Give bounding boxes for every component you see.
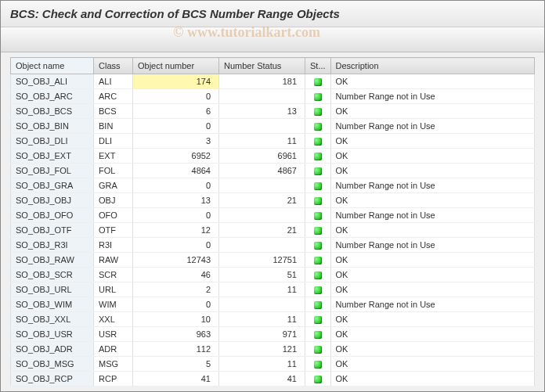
cell-numstat [219, 89, 305, 104]
cell-numstat: 21 [219, 223, 305, 238]
cell-desc: Number Range not in Use [330, 238, 534, 253]
cell-objname: SO_OBJ_GRA [11, 178, 94, 193]
cell-class: BIN [94, 119, 133, 134]
table-row[interactable]: SO_OBJ_BINBIN0Number Range not in Use [11, 119, 535, 134]
cell-numstat: 11 [219, 357, 305, 372]
cell-objname: SO_OBJ_BIN [11, 119, 94, 134]
table-row[interactable]: SO_OBJ_MSGMSG511OK [11, 357, 535, 372]
cell-objnum: 12743 [133, 253, 219, 268]
table-row[interactable]: SO_OBJ_ALIALI174181OK [11, 74, 535, 89]
cell-objnum: 12 [133, 223, 219, 238]
cell-status [305, 74, 331, 89]
table-row[interactable]: SO_OBJ_SCRSCR4651OK [11, 268, 535, 282]
cell-objnum: 174 [133, 74, 219, 89]
cell-objnum: 0 [133, 297, 219, 312]
status-green-icon [314, 286, 322, 294]
cell-status [305, 357, 331, 372]
table-row[interactable]: SO_OBJ_FOLFOL48644867OK [11, 164, 535, 178]
cell-objnum: 0 [133, 238, 219, 253]
cell-class: OTF [94, 223, 133, 238]
cell-class: EXT [94, 149, 133, 164]
status-green-icon [314, 78, 322, 86]
col-header-objname[interactable]: Object name [11, 58, 94, 74]
cell-status [305, 327, 331, 342]
col-header-objnum[interactable]: Object number [133, 58, 219, 74]
data-table: Object name Class Object number Number S… [10, 57, 535, 387]
cell-class: USR [94, 327, 133, 342]
cell-class: BCS [94, 104, 133, 119]
status-green-icon [314, 272, 322, 279]
cell-status [305, 238, 331, 253]
cell-objnum: 112 [133, 342, 219, 357]
cell-numstat: 13 [219, 104, 305, 119]
table-row[interactable]: SO_OBJ_URLURL211OK [11, 282, 535, 297]
cell-numstat [219, 119, 305, 134]
status-green-icon [314, 93, 322, 101]
col-header-status[interactable]: St... [305, 58, 331, 74]
table-row[interactable]: SO_OBJ_RAWRAW1274312751OK [11, 253, 535, 268]
table-row[interactable]: SO_OBJ_WIMWIM0Number Range not in Use [11, 297, 535, 312]
cell-class: FOL [94, 164, 133, 178]
status-green-icon [314, 227, 322, 235]
table-row[interactable]: SO_OBJ_BCSBCS613OK [11, 104, 535, 119]
col-header-desc[interactable]: Description [330, 58, 534, 74]
table-row[interactable]: SO_OBJ_XXLXXL1011OK [11, 312, 535, 327]
cell-desc: Number Range not in Use [330, 208, 534, 223]
cell-status [305, 342, 331, 357]
cell-objname: SO_OBJ_OTF [11, 223, 94, 238]
cell-status [305, 297, 331, 312]
status-green-icon [314, 331, 322, 339]
col-header-class[interactable]: Class [94, 58, 133, 74]
cell-desc: Number Range not in Use [330, 119, 534, 134]
cell-class: ADR [94, 342, 133, 357]
cell-numstat: 11 [219, 282, 305, 297]
table-row[interactable]: SO_OBJ_ADRADR112121OK [11, 342, 535, 357]
cell-class: GRA [94, 178, 133, 193]
table-row[interactable]: SO_OBJ_EXTEXT69526961OK [11, 149, 535, 164]
cell-objname: SO_OBJ_URL [11, 282, 94, 297]
cell-desc: OK [330, 74, 534, 89]
table-header-row: Object name Class Object number Number S… [11, 58, 535, 74]
table-row[interactable]: SO_OBJ_OTFOTF1221OK [11, 223, 535, 238]
table-row[interactable]: SO_OBJ_OFOOFO0Number Range not in Use [11, 208, 535, 223]
table-row[interactable]: SO_OBJ_RCPRCP4141OK [11, 372, 535, 387]
status-green-icon [314, 316, 322, 324]
table-row[interactable]: SO_OBJ_OBJOBJ1321OK [11, 193, 535, 208]
status-green-icon [314, 376, 322, 383]
cell-numstat [219, 297, 305, 312]
cell-objnum: 0 [133, 208, 219, 223]
status-green-icon [314, 123, 322, 131]
status-green-icon [314, 257, 322, 264]
table-row[interactable]: SO_OBJ_DLIDLI311OK [11, 134, 535, 149]
cell-objname: SO_OBJ_MSG [11, 357, 94, 372]
cell-class: R3I [94, 238, 133, 253]
cell-desc: OK [330, 134, 534, 149]
cell-numstat: 11 [219, 312, 305, 327]
cell-objname: SO_OBJ_WIM [11, 297, 94, 312]
table-row[interactable]: SO_OBJ_R3IR3I0Number Range not in Use [11, 238, 535, 253]
table-row[interactable]: SO_OBJ_GRAGRA0Number Range not in Use [11, 178, 535, 193]
cell-objname: SO_OBJ_OBJ [11, 193, 94, 208]
status-green-icon [314, 138, 322, 146]
cell-objname: SO_OBJ_SCR [11, 268, 94, 282]
table-container: Object name Class Object number Number S… [1, 52, 544, 391]
status-green-icon [314, 108, 322, 116]
cell-desc: OK [330, 104, 534, 119]
cell-status [305, 312, 331, 327]
cell-objnum: 0 [133, 178, 219, 193]
table-row[interactable]: SO_OBJ_USRUSR963971OK [11, 327, 535, 342]
cell-status [305, 164, 331, 178]
status-green-icon [314, 242, 322, 250]
cell-objname: SO_OBJ_XXL [11, 312, 94, 327]
cell-objname: SO_OBJ_ARC [11, 89, 94, 104]
cell-class: RAW [94, 253, 133, 268]
cell-desc: OK [330, 268, 534, 282]
table-row[interactable]: SO_OBJ_ARCARC0Number Range not in Use [11, 89, 535, 104]
status-green-icon [314, 153, 322, 160]
cell-objname: SO_OBJ_ALI [11, 74, 94, 89]
cell-objnum: 13 [133, 193, 219, 208]
cell-status [305, 149, 331, 164]
col-header-numstat[interactable]: Number Status [219, 58, 305, 74]
cell-objnum: 46 [133, 268, 219, 282]
cell-objname: SO_OBJ_R3I [11, 238, 94, 253]
